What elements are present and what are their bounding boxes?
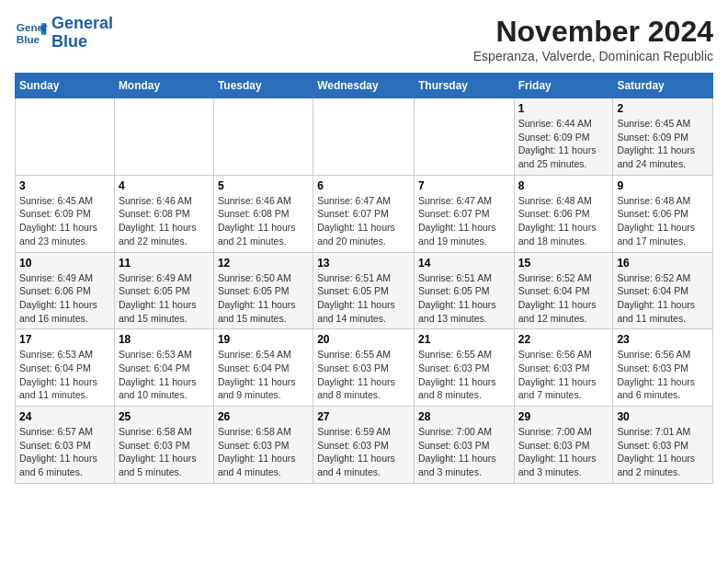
calendar-cell: 13Sunrise: 6:51 AM Sunset: 6:05 PM Dayli… — [313, 252, 415, 329]
day-number: 14 — [418, 257, 510, 270]
svg-text:Blue: Blue — [17, 33, 40, 45]
calendar-cell: 21Sunrise: 6:55 AM Sunset: 6:03 PM Dayli… — [414, 329, 514, 407]
calendar-cell: 20Sunrise: 6:55 AM Sunset: 6:03 PM Dayli… — [313, 329, 415, 407]
calendar-cell: 25Sunrise: 6:58 AM Sunset: 6:03 PM Dayli… — [114, 407, 213, 484]
day-info: Sunrise: 6:56 AM Sunset: 6:03 PM Dayligh… — [518, 348, 609, 402]
day-info: Sunrise: 6:54 AM Sunset: 6:04 PM Dayligh… — [218, 348, 309, 402]
day-of-week-header: Saturday — [613, 74, 713, 98]
day-info: Sunrise: 6:58 AM Sunset: 6:03 PM Dayligh… — [119, 425, 210, 479]
day-number: 25 — [119, 410, 210, 423]
calendar-cell: 24Sunrise: 6:57 AM Sunset: 6:03 PM Dayli… — [16, 407, 115, 484]
day-number: 11 — [119, 257, 210, 270]
day-info: Sunrise: 6:46 AM Sunset: 6:08 PM Dayligh… — [119, 194, 210, 248]
logo-text: General Blue — [51, 15, 113, 52]
day-number: 15 — [518, 257, 609, 270]
calendar-cell: 8Sunrise: 6:48 AM Sunset: 6:06 PM Daylig… — [514, 175, 613, 252]
day-info: Sunrise: 6:51 AM Sunset: 6:05 PM Dayligh… — [317, 271, 410, 326]
day-info: Sunrise: 6:53 AM Sunset: 6:04 PM Dayligh… — [119, 348, 210, 402]
day-info: Sunrise: 6:55 AM Sunset: 6:03 PM Dayligh… — [317, 348, 410, 402]
day-number: 6 — [317, 179, 410, 192]
day-info: Sunrise: 6:48 AM Sunset: 6:06 PM Dayligh… — [518, 194, 609, 248]
day-info: Sunrise: 6:56 AM Sunset: 6:03 PM Dayligh… — [617, 348, 709, 402]
day-number: 5 — [218, 179, 309, 192]
calendar-cell: 10Sunrise: 6:49 AM Sunset: 6:06 PM Dayli… — [16, 252, 115, 329]
day-info: Sunrise: 7:01 AM Sunset: 6:03 PM Dayligh… — [617, 425, 709, 479]
day-info: Sunrise: 6:59 AM Sunset: 6:03 PM Dayligh… — [317, 425, 410, 479]
day-info: Sunrise: 6:46 AM Sunset: 6:08 PM Dayligh… — [218, 194, 309, 248]
calendar-cell — [313, 98, 415, 176]
calendar-cell: 28Sunrise: 7:00 AM Sunset: 6:03 PM Dayli… — [414, 407, 514, 484]
calendar-cell: 29Sunrise: 7:00 AM Sunset: 6:03 PM Dayli… — [514, 407, 613, 484]
day-info: Sunrise: 6:47 AM Sunset: 6:07 PM Dayligh… — [418, 194, 510, 248]
day-number: 18 — [119, 333, 210, 346]
day-info: Sunrise: 6:57 AM Sunset: 6:03 PM Dayligh… — [19, 425, 110, 479]
day-number: 8 — [518, 179, 609, 192]
calendar-cell: 26Sunrise: 6:58 AM Sunset: 6:03 PM Dayli… — [213, 407, 313, 484]
calendar-cell: 19Sunrise: 6:54 AM Sunset: 6:04 PM Dayli… — [213, 329, 313, 407]
day-number: 17 — [19, 333, 110, 346]
day-info: Sunrise: 6:49 AM Sunset: 6:05 PM Dayligh… — [119, 271, 210, 326]
day-info: Sunrise: 6:48 AM Sunset: 6:06 PM Dayligh… — [617, 194, 709, 248]
calendar-cell — [114, 98, 213, 176]
calendar-cell: 3Sunrise: 6:45 AM Sunset: 6:09 PM Daylig… — [16, 175, 115, 252]
day-number: 24 — [19, 410, 110, 423]
logo-icon: General Blue — [15, 17, 48, 50]
day-of-week-header: Monday — [114, 74, 213, 98]
day-info: Sunrise: 6:51 AM Sunset: 6:05 PM Dayligh… — [418, 271, 510, 326]
title-area: November 2024 Esperanza, Valverde, Domin… — [473, 15, 713, 63]
calendar-cell: 23Sunrise: 6:56 AM Sunset: 6:03 PM Dayli… — [613, 329, 713, 407]
calendar-cell: 1Sunrise: 6:44 AM Sunset: 6:09 PM Daylig… — [514, 98, 613, 176]
calendar-week-row: 3Sunrise: 6:45 AM Sunset: 6:09 PM Daylig… — [16, 175, 713, 252]
calendar-header-row: SundayMondayTuesdayWednesdayThursdayFrid… — [16, 74, 713, 98]
day-info: Sunrise: 6:53 AM Sunset: 6:04 PM Dayligh… — [19, 348, 110, 402]
day-number: 29 — [518, 410, 609, 423]
day-info: Sunrise: 6:45 AM Sunset: 6:09 PM Dayligh… — [617, 117, 709, 171]
day-info: Sunrise: 7:00 AM Sunset: 6:03 PM Dayligh… — [518, 425, 609, 479]
calendar-cell: 2Sunrise: 6:45 AM Sunset: 6:09 PM Daylig… — [613, 98, 713, 176]
day-info: Sunrise: 6:55 AM Sunset: 6:03 PM Dayligh… — [418, 348, 510, 402]
day-info: Sunrise: 6:58 AM Sunset: 6:03 PM Dayligh… — [218, 425, 309, 479]
header: General Blue General Blue November 2024 … — [15, 15, 713, 63]
day-info: Sunrise: 7:00 AM Sunset: 6:03 PM Dayligh… — [418, 425, 510, 479]
day-number: 16 — [617, 257, 709, 270]
month-title: November 2024 — [473, 15, 713, 49]
day-number: 23 — [617, 333, 709, 346]
calendar-cell: 12Sunrise: 6:50 AM Sunset: 6:05 PM Dayli… — [213, 252, 313, 329]
day-number: 1 — [518, 102, 609, 115]
day-info: Sunrise: 6:44 AM Sunset: 6:09 PM Dayligh… — [518, 117, 609, 171]
day-number: 27 — [317, 410, 410, 423]
day-info: Sunrise: 6:50 AM Sunset: 6:05 PM Dayligh… — [218, 271, 309, 326]
day-number: 10 — [19, 257, 110, 270]
logo: General Blue General Blue — [15, 15, 113, 52]
calendar-cell: 9Sunrise: 6:48 AM Sunset: 6:06 PM Daylig… — [613, 175, 713, 252]
calendar-cell — [16, 98, 115, 176]
day-number: 30 — [617, 410, 709, 423]
day-number: 22 — [518, 333, 609, 346]
calendar-cell: 5Sunrise: 6:46 AM Sunset: 6:08 PM Daylig… — [213, 175, 313, 252]
calendar-body: 1Sunrise: 6:44 AM Sunset: 6:09 PM Daylig… — [16, 98, 713, 484]
calendar-cell: 14Sunrise: 6:51 AM Sunset: 6:05 PM Dayli… — [414, 252, 514, 329]
calendar-week-row: 24Sunrise: 6:57 AM Sunset: 6:03 PM Dayli… — [16, 407, 713, 484]
calendar-cell: 16Sunrise: 6:52 AM Sunset: 6:04 PM Dayli… — [613, 252, 713, 329]
day-number: 13 — [317, 257, 410, 270]
day-info: Sunrise: 6:47 AM Sunset: 6:07 PM Dayligh… — [317, 194, 410, 248]
day-number: 7 — [418, 179, 510, 192]
day-of-week-header: Wednesday — [313, 74, 415, 98]
calendar: SundayMondayTuesdayWednesdayThursdayFrid… — [15, 73, 713, 484]
calendar-week-row: 17Sunrise: 6:53 AM Sunset: 6:04 PM Dayli… — [16, 329, 713, 407]
calendar-cell: 18Sunrise: 6:53 AM Sunset: 6:04 PM Dayli… — [114, 329, 213, 407]
day-info: Sunrise: 6:52 AM Sunset: 6:04 PM Dayligh… — [617, 271, 709, 326]
day-of-week-header: Friday — [514, 74, 613, 98]
day-number: 4 — [119, 179, 210, 192]
day-number: 20 — [317, 333, 410, 346]
day-number: 19 — [218, 333, 309, 346]
day-number: 9 — [617, 179, 709, 192]
day-number: 2 — [617, 102, 709, 115]
day-number: 26 — [218, 410, 309, 423]
calendar-cell: 15Sunrise: 6:52 AM Sunset: 6:04 PM Dayli… — [514, 252, 613, 329]
day-of-week-header: Sunday — [16, 74, 115, 98]
calendar-cell: 11Sunrise: 6:49 AM Sunset: 6:05 PM Dayli… — [114, 252, 213, 329]
location-title: Esperanza, Valverde, Dominican Republic — [473, 49, 713, 63]
day-info: Sunrise: 6:49 AM Sunset: 6:06 PM Dayligh… — [19, 271, 110, 326]
calendar-cell: 27Sunrise: 6:59 AM Sunset: 6:03 PM Dayli… — [313, 407, 415, 484]
